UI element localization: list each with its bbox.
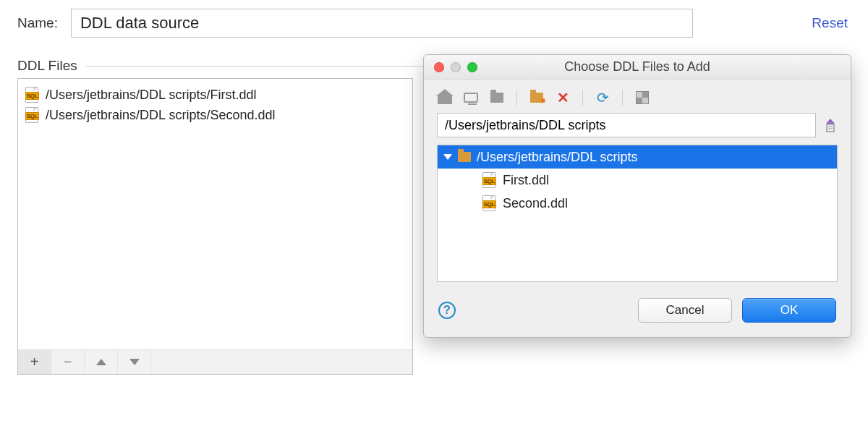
toolbar-separator [622, 90, 623, 106]
help-icon: ? [443, 304, 451, 317]
cancel-button[interactable]: Cancel [638, 298, 732, 323]
remove-button[interactable]: − [51, 350, 85, 374]
delete-icon: ✕ [557, 89, 569, 106]
toolbar-separator [516, 90, 517, 106]
desktop-button[interactable] [463, 90, 479, 106]
file-row[interactable]: SQL /Users/jetbrains/DDL scripts/First.d… [25, 85, 405, 105]
ddl-files-label: DDL Files [17, 58, 77, 74]
history-icon [824, 117, 837, 133]
minus-icon: − [64, 354, 72, 370]
plus-icon: + [30, 354, 39, 370]
files-toolbar: + − [18, 349, 412, 374]
help-button[interactable]: ? [438, 302, 456, 319]
tree-file-row[interactable]: SQL First.ddl [438, 169, 837, 192]
triangle-down-icon [129, 359, 140, 365]
ok-label: OK [780, 303, 799, 318]
dialog-title: Choose DDL Files to Add [424, 59, 851, 75]
add-button[interactable]: + [18, 350, 51, 374]
show-hidden-icon [636, 91, 649, 104]
toolbar-separator [582, 90, 583, 106]
dialog-titlebar[interactable]: Choose DDL Files to Add [424, 55, 851, 80]
project-icon [490, 93, 503, 103]
name-input[interactable] [71, 9, 693, 38]
show-hidden-button[interactable] [634, 90, 650, 106]
home-icon [438, 91, 452, 104]
reset-link[interactable]: Reset [812, 15, 848, 31]
home-button[interactable] [437, 90, 453, 106]
move-down-button[interactable] [118, 350, 151, 374]
project-button[interactable] [489, 90, 505, 106]
tree-file-row[interactable]: SQL Second.ddl [438, 192, 837, 215]
tree-folder-label: /Users/jetbrains/DDL scripts [477, 150, 637, 165]
dialog-toolbar: ✕ ⟳ [424, 80, 851, 113]
disclosure-triangle-icon[interactable] [443, 154, 452, 160]
cancel-label: Cancel [666, 303, 705, 318]
ddl-files-panel: SQL /Users/jetbrains/DDL scripts/First.d… [17, 78, 413, 375]
file-row[interactable]: SQL /Users/jetbrains/DDL scripts/Second.… [25, 105, 405, 125]
tree-folder-row[interactable]: /Users/jetbrains/DDL scripts [438, 145, 837, 169]
folder-icon [458, 152, 471, 162]
refresh-icon: ⟳ [597, 89, 609, 106]
delete-button[interactable]: ✕ [555, 90, 571, 106]
desktop-icon [464, 93, 478, 103]
sql-file-icon: SQL [25, 87, 40, 103]
new-folder-icon [530, 93, 543, 103]
sql-file-icon: SQL [25, 107, 40, 123]
file-tree[interactable]: /Users/jetbrains/DDL scripts SQL First.d… [437, 145, 838, 282]
move-up-button[interactable] [85, 350, 118, 374]
tree-file-label: First.ddl [503, 173, 549, 188]
new-folder-button[interactable] [529, 90, 545, 106]
file-path: /Users/jetbrains/DDL scripts/First.ddl [46, 88, 256, 103]
history-button[interactable] [823, 116, 838, 134]
sql-file-icon: SQL [482, 195, 497, 211]
triangle-up-icon [96, 359, 106, 365]
sql-file-icon: SQL [482, 172, 497, 188]
ok-button[interactable]: OK [742, 298, 836, 323]
svg-rect-0 [827, 124, 834, 132]
choose-files-dialog: Choose DDL Files to Add ✕ ⟳ /Users/j [423, 54, 851, 338]
name-label: Name: [17, 15, 58, 31]
tree-file-label: Second.ddl [503, 196, 568, 211]
refresh-button[interactable]: ⟳ [595, 90, 610, 106]
file-path: /Users/jetbrains/DDL scripts/Second.ddl [46, 108, 275, 123]
path-input[interactable] [437, 113, 816, 137]
